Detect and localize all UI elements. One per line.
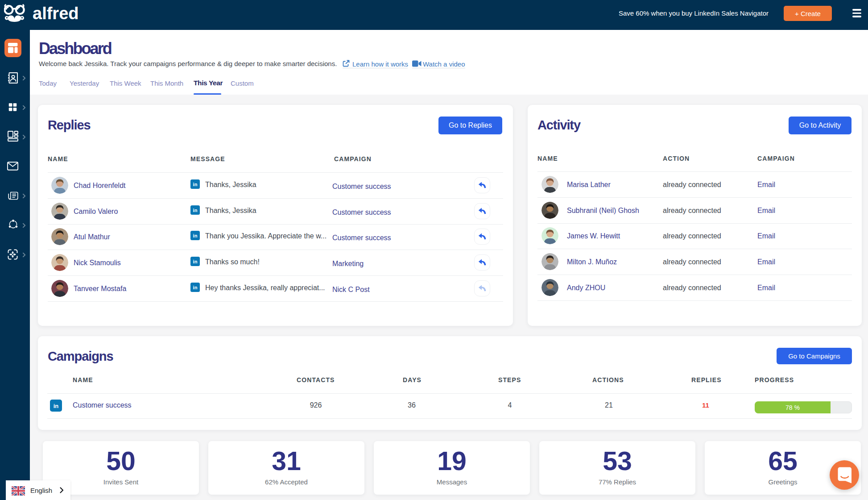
svg-text:in: in: [193, 208, 198, 213]
svg-text:in: in: [193, 259, 198, 264]
svg-text:in: in: [193, 285, 198, 290]
svg-text:in: in: [193, 233, 198, 238]
svg-text:in: in: [193, 182, 198, 187]
svg-text:in: in: [54, 403, 59, 409]
